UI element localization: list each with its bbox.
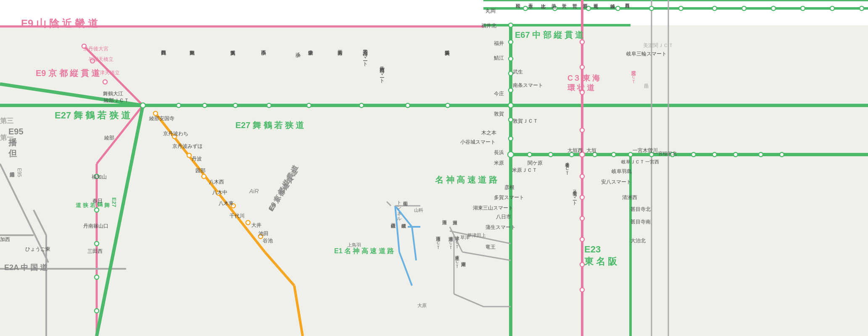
station-maizuru-oe: 舞鶴大江 [103, 90, 123, 97]
station-taniike: 谷池 [263, 237, 273, 244]
station-yamashina: 山科 [414, 207, 423, 213]
station-amijima-minami: 甚目寺南 [631, 218, 651, 226]
station-yagi-west: 八木西 [209, 178, 224, 186]
svg-point-81 [580, 128, 584, 132]
top-panel [0, 0, 868, 25]
svg-point-69 [103, 80, 107, 84]
station-imajo: 今庄 [494, 90, 504, 97]
station-oi: 大井 [251, 222, 261, 229]
station-ogaki-west: 大垣西 [567, 147, 583, 154]
station-kinomoto: 木之本 [481, 129, 496, 136]
station-sabae: 鯖江 [494, 55, 504, 62]
station-yosa: 与謝天橋立 [88, 56, 113, 63]
station-tsuruga-south-smart: 敦賀南スマート [378, 63, 385, 81]
station-inbu: 园部 [195, 167, 206, 174]
svg-line-8 [34, 210, 46, 235]
svg-point-40 [307, 103, 311, 108]
svg-point-83 [580, 174, 584, 178]
svg-point-72 [187, 153, 191, 158]
e9-kyoto-label: E9 京 都 縦 貫 道 [36, 67, 100, 79]
station-seki-hirome-jct: 関広見ＪＣＴ [631, 67, 637, 81]
svg-point-37 [203, 103, 207, 108]
svg-point-42 [406, 103, 410, 108]
svg-point-84 [580, 195, 584, 200]
station-hyogo-east: ひょうご東 [25, 246, 50, 253]
svg-point-57 [612, 152, 616, 157]
station-ichinomiya-inazawa: 一宮稲沢北 [654, 150, 677, 157]
svg-line-31 [462, 252, 511, 260]
svg-point-105 [95, 309, 99, 313]
station-tsuruga-jct: 敦賀ＪＣＴ [513, 118, 538, 125]
station-miyazu: 宮津天橋立 [95, 69, 120, 76]
e9-sanin-label: E9 山 陰 近 畿 道 [21, 17, 98, 30]
svg-line-25 [412, 227, 416, 260]
svg-point-39 [267, 103, 271, 108]
svg-line-6 [265, 252, 294, 286]
station-kasai: 加西 [0, 236, 10, 243]
svg-point-64 [759, 152, 763, 157]
station-sanda-west: 三田西 [87, 248, 103, 255]
e2a-label: E2A 中 国 道 [4, 262, 47, 273]
svg-point-103 [95, 242, 99, 246]
e95-sub-label: E95舞播但連絡道路 [8, 168, 23, 177]
svg-line-33 [454, 294, 483, 307]
station-nanjo-smart: 南条スマート [513, 82, 543, 89]
station-sekigahara: 関ケ原 [528, 160, 543, 167]
station-yagi-east: 八木東 [219, 200, 234, 207]
station-fukui-kita: 福井北 [481, 22, 496, 29]
station-gifu-hashima: 岐阜羽島 [612, 168, 632, 175]
svg-point-65 [780, 152, 784, 157]
station-kasuga: 春日 [92, 197, 103, 205]
svg-line-27 [399, 252, 412, 286]
station-seta-jct-label: 瀬田東ＪＣＴ [448, 233, 454, 247]
svg-point-38 [233, 103, 237, 108]
svg-point-36 [177, 103, 181, 108]
svg-point-45 [508, 103, 513, 108]
station-ayabe-jct: 綾部ＪＣＴ [104, 97, 129, 104]
svg-line-106 [387, 202, 391, 206]
station-gifu-miwa: 岐阜三輪スマート [626, 50, 667, 58]
label-daiichi: 第一 [0, 134, 13, 142]
station-seta-west-jct: 瀬田西ＪＣＴ [435, 233, 441, 247]
svg-point-102 [95, 208, 99, 212]
svg-point-54 [549, 152, 553, 157]
station-fukui: 福井 [494, 40, 504, 47]
svg-point-61 [691, 152, 696, 157]
e95-harima-label: E95播但 [8, 126, 24, 159]
station-ogaki: 大垣 [586, 147, 596, 154]
svg-point-62 [712, 152, 717, 157]
station-nagahama: 長浜 [494, 149, 504, 156]
station-ayabe-ankonji: 綾部安国寺 [149, 115, 174, 122]
station-kotanijoshiro-smart: 小谷城スマート [460, 139, 496, 146]
station-ritto-east-jct: 栗東東ＪＣＴ [454, 252, 460, 266]
station-kyotango-omiya: 京丹後大宮 [83, 45, 108, 52]
station-yokaichi: 八日市 [496, 213, 511, 220]
station-yoro-jct: 養老ＪＣＴ [564, 159, 570, 173]
station-oharu-kita: 大治北 [631, 237, 646, 244]
svg-point-104 [95, 275, 99, 279]
e67-label: E67 中 部 縦 貫 道 [515, 29, 583, 41]
station-maruoka: 丸岡 [485, 8, 496, 15]
label-daisan: 第三 [0, 117, 13, 126]
air-label: AiR [249, 188, 259, 194]
c3-label: C３ 東 海環 状 道 [567, 74, 600, 93]
e27-main-label: E27 舞 鶴 若 狭 道 [55, 109, 130, 122]
station-chiyokawa: 千代川 [230, 213, 245, 220]
station-ryuo: 竜王 [485, 244, 496, 251]
svg-line-13 [97, 105, 143, 336]
svg-point-58 [628, 152, 633, 157]
svg-point-79 [580, 65, 584, 69]
e27-center-label: E27 舞 鶴 若 狭 道 [235, 120, 304, 131]
station-maibara: 米原 [494, 160, 504, 167]
svg-point-49 [509, 71, 513, 76]
svg-point-86 [580, 237, 584, 242]
station-gamo-smart: 蒲生スマート [485, 224, 516, 231]
svg-point-73 [202, 174, 206, 178]
svg-point-87 [580, 262, 584, 267]
station-amijima-kita: 甚目寺北 [631, 206, 651, 213]
svg-point-48 [509, 57, 513, 61]
svg-point-50 [509, 88, 513, 92]
station-maibara-jct: 米原ＪＣＴ [512, 167, 537, 174]
meishin-label: 名 神 高 速 道 路 [435, 174, 497, 186]
e1-label: E1 名 神 高 速 道 路 [334, 247, 394, 256]
